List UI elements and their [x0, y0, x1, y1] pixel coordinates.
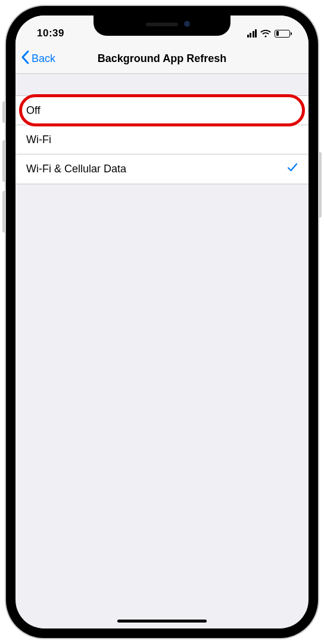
device-frame: 10:39 — [6, 6, 318, 638]
content-area: Off Wi-Fi Wi-Fi & Cellular Data — [15, 74, 309, 184]
option-wifi-cellular[interactable]: Wi-Fi & Cellular Data — [15, 154, 309, 184]
mute-switch — [2, 101, 6, 123]
back-label: Back — [32, 52, 55, 65]
option-label: Wi-Fi — [26, 134, 51, 146]
option-label: Wi-Fi & Cellular Data — [26, 163, 126, 175]
home-indicator[interactable] — [117, 620, 207, 623]
notch — [94, 16, 230, 36]
screen: 10:39 — [15, 16, 309, 628]
back-button[interactable]: Back — [21, 51, 55, 67]
power-button — [318, 152, 322, 218]
option-label: Off — [26, 104, 40, 117]
page-title: Background App Refresh — [98, 52, 226, 65]
volume-down-button — [2, 191, 6, 233]
volume-up-button — [2, 140, 6, 182]
wifi-icon — [260, 30, 271, 38]
options-group: Off Wi-Fi Wi-Fi & Cellular Data — [15, 95, 309, 184]
status-time: 10:39 — [37, 27, 64, 39]
highlight-annotation — [19, 94, 305, 126]
option-off[interactable]: Off — [15, 96, 309, 125]
option-wifi[interactable]: Wi-Fi — [15, 125, 309, 154]
status-indicators — [247, 29, 292, 38]
checkmark-icon — [287, 162, 298, 176]
navigation-bar: Back Background App Refresh — [15, 44, 309, 74]
chevron-left-icon — [21, 51, 29, 67]
battery-icon — [275, 30, 292, 38]
cellular-signal-icon — [247, 29, 257, 38]
